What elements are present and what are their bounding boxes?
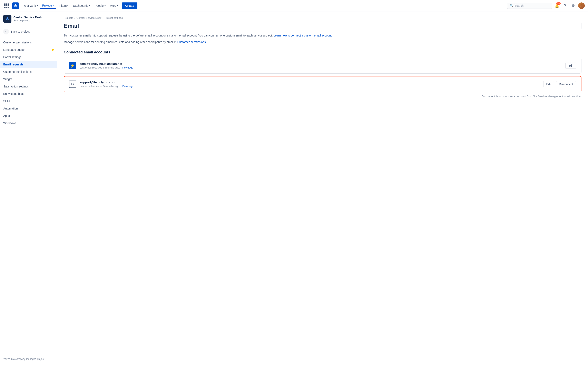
avatar[interactable]: A [578, 2, 585, 9]
more-options-button[interactable]: ··· [575, 23, 581, 29]
help-button[interactable]: ? [562, 2, 568, 9]
connected-accounts-title: Connected email accounts [64, 50, 581, 54]
disconnect-button[interactable]: Disconnect [556, 81, 576, 87]
project-icon [3, 15, 11, 23]
nav-filters[interactable]: Filters ▾ [57, 3, 70, 8]
back-to-project[interactable]: ← Back to project [0, 26, 57, 37]
sidebar-item-slas[interactable]: SLAs [0, 98, 57, 105]
search-placeholder: Search [515, 4, 523, 7]
page-header: Email ··· [64, 23, 581, 29]
sidebar-item-language-support[interactable]: Language support [0, 46, 57, 53]
email-actions-2: Edit Disconnect [543, 81, 576, 87]
breadcrumb-current: Project settings [104, 16, 123, 19]
sidebar-item-knowledge-base[interactable]: Knowledge base [0, 90, 57, 98]
sidebar-item-apps[interactable]: Apps [0, 112, 57, 119]
back-icon: ← [3, 29, 9, 34]
sidebar-item-satisfaction-settings[interactable]: Satisfaction settings [0, 83, 57, 90]
chevron-icon: ▾ [37, 4, 38, 7]
project-header: Central Service Desk Service project [0, 11, 57, 26]
edit-button-1[interactable]: Edit [565, 63, 576, 69]
sidebar-item-portal-settings[interactable]: Portal settings [0, 53, 57, 61]
notification-badge: 9+ [556, 2, 561, 5]
view-logs-link-1[interactable]: View logs [122, 66, 133, 69]
dot-indicator [52, 49, 54, 51]
nav-items: Your work ▾ Projects ▾ Filters ▾ Dashboa… [21, 3, 120, 9]
project-name: Central Service Desk [13, 16, 42, 19]
sidebar: Central Service Desk Service project ← B… [0, 11, 57, 367]
sidebar-footer: You're in a company-managed project [0, 355, 57, 363]
sidebar-item-email-requests[interactable]: Email requests [0, 61, 57, 68]
logo[interactable] [12, 2, 19, 9]
create-button[interactable]: Create [122, 2, 138, 9]
lightning-icon: ⚡ [69, 62, 76, 69]
chevron-icon: ▾ [89, 4, 90, 7]
page-title: Email [64, 23, 79, 29]
sidebar-item-customer-permissions[interactable]: Customer permissions [0, 39, 57, 46]
learn-how-link[interactable]: Learn how to connect a custom email acco… [273, 34, 332, 37]
sidebar-item-widget[interactable]: Widget [0, 75, 57, 83]
nav-people[interactable]: People ▾ [93, 3, 108, 8]
settings-button[interactable]: ⚙ [570, 2, 577, 9]
chevron-icon: ▾ [67, 4, 68, 7]
layout: Central Service Desk Service project ← B… [0, 11, 588, 367]
grid-icon [4, 3, 9, 8]
sidebar-item-automation[interactable]: Automation [0, 105, 57, 112]
sidebar-item-workflows[interactable]: Workflows [0, 119, 57, 127]
customer-permissions-link[interactable]: Customer permissions. [177, 40, 207, 44]
chevron-icon: ▾ [104, 4, 105, 7]
mail-icon: ✉ [69, 81, 76, 88]
main-content: Projects / Central Service Desk / Projec… [57, 11, 588, 367]
edit-button-2[interactable]: Edit [543, 81, 554, 87]
chevron-icon: ▾ [117, 4, 118, 7]
breadcrumb: Projects / Central Service Desk / Projec… [64, 16, 581, 19]
project-type: Service project [13, 19, 42, 22]
disconnect-note: Disconnect this custom email account fro… [64, 95, 581, 98]
topnav: Your work ▾ Projects ▾ Filters ▾ Dashboa… [0, 0, 588, 11]
breadcrumb-projects[interactable]: Projects [64, 16, 73, 19]
sidebar-item-customer-notifications[interactable]: Customer notifications [0, 68, 57, 75]
email-meta-1: Last email received 6 months ago. View l… [79, 66, 562, 69]
help-icon: ? [564, 3, 566, 8]
nav-dashboards[interactable]: Dashboards ▾ [71, 3, 92, 8]
chevron-icon: ▾ [53, 4, 54, 7]
email-address-2: support@banclyinc.com [80, 81, 540, 84]
page-description-2: Manage permissions for sending email req… [64, 40, 581, 44]
email-address-1: itsm@banclyinc.atlassian.net [79, 62, 562, 66]
notifications-button[interactable]: 🔔 9+ [554, 2, 560, 9]
nav-your-work[interactable]: Your work ▾ [21, 3, 40, 8]
sidebar-nav: Customer permissions Language support Po… [0, 37, 57, 128]
search-icon: 🔍 [510, 4, 513, 7]
breadcrumb-central-service-desk[interactable]: Central Service Desk [77, 16, 102, 19]
search-box[interactable]: 🔍 Search [507, 3, 552, 9]
email-actions-1: Edit [565, 63, 576, 69]
gear-icon: ⚙ [572, 3, 575, 8]
email-card-atlassian: ⚡ itsm@banclyinc.atlassian.net Last emai… [64, 58, 581, 74]
email-meta-2: Last email received 5 months ago. View l… [80, 85, 540, 88]
email-card-custom: ✉ support@banclyinc.com Last email recei… [64, 76, 581, 92]
topnav-right: 🔍 Search 🔔 9+ ? ⚙ A [507, 2, 585, 9]
grid-menu-button[interactable] [3, 2, 10, 9]
nav-more[interactable]: More ▾ [108, 3, 121, 8]
nav-projects[interactable]: Projects ▾ [40, 3, 57, 9]
view-logs-link-2[interactable]: View logs [122, 85, 133, 88]
page-description-1: Turn customer emails into support reques… [64, 33, 581, 38]
